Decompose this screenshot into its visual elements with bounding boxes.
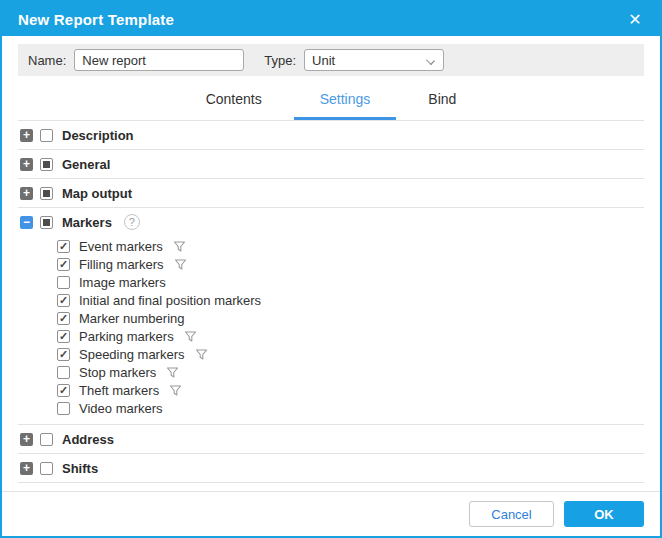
indeterminate-mark bbox=[43, 190, 50, 197]
section-checkbox[interactable] bbox=[40, 129, 53, 142]
item-checkbox[interactable]: ✓ bbox=[57, 294, 70, 307]
section-checkbox[interactable] bbox=[40, 158, 53, 171]
item-label: Parking markers bbox=[79, 329, 174, 344]
cancel-button[interactable]: Cancel bbox=[469, 501, 554, 527]
filter-funnel-icon[interactable] bbox=[184, 330, 197, 343]
section-row: + Address bbox=[18, 425, 644, 453]
tab-bind[interactable]: Bind bbox=[402, 82, 482, 120]
section-row: − Markers ? bbox=[18, 208, 644, 236]
item-label: Theft markers bbox=[79, 383, 159, 398]
filter-funnel-icon[interactable] bbox=[195, 348, 208, 361]
type-select-value: Unit bbox=[312, 53, 335, 68]
tree-item-event-markers: ✓ Event markers bbox=[57, 237, 644, 255]
section-checkbox[interactable] bbox=[40, 187, 53, 200]
expand-icon-shifts[interactable]: + bbox=[20, 462, 33, 475]
tree-section-address: + Address bbox=[18, 425, 644, 454]
section-checkbox[interactable] bbox=[40, 433, 53, 446]
check-mark: ✓ bbox=[59, 241, 68, 252]
item-label: Video markers bbox=[79, 401, 163, 416]
check-mark: ✓ bbox=[59, 295, 68, 306]
filter-funnel-icon[interactable] bbox=[173, 240, 186, 253]
tree-section-map-output: + Map output bbox=[18, 179, 644, 208]
tree-item-marker-numbering: ✓ Marker numbering bbox=[57, 309, 644, 327]
tree-item-image-markers: Image markers bbox=[57, 273, 644, 291]
section-label: General bbox=[62, 157, 110, 172]
tab-contents[interactable]: Contents bbox=[180, 82, 288, 120]
item-checkbox[interactable] bbox=[57, 366, 70, 379]
tree-item-stop-markers: Stop markers bbox=[57, 363, 644, 381]
expand-icon-general[interactable]: + bbox=[20, 158, 33, 171]
dialog-titlebar: New Report Template ✕ bbox=[2, 2, 660, 36]
item-label: Event markers bbox=[79, 239, 163, 254]
tree-item-theft-markers: ✓ Theft markers bbox=[57, 381, 644, 399]
tree-item-initial-and-final-position-markers: ✓ Initial and final position markers bbox=[57, 291, 644, 309]
item-label: Image markers bbox=[79, 275, 166, 290]
tree-item-speeding-markers: ✓ Speeding markers bbox=[57, 345, 644, 363]
type-select[interactable]: Unit bbox=[304, 49, 444, 71]
section-label: Markers bbox=[62, 215, 112, 230]
section-items: ✓ Event markers ✓ Filling markers Image … bbox=[18, 236, 644, 424]
ok-button[interactable]: OK bbox=[564, 501, 644, 527]
item-label: Filling markers bbox=[79, 257, 164, 272]
indeterminate-mark bbox=[43, 219, 50, 226]
item-checkbox[interactable]: ✓ bbox=[57, 330, 70, 343]
expand-icon-address[interactable]: + bbox=[20, 433, 33, 446]
name-input[interactable] bbox=[74, 49, 244, 71]
item-checkbox[interactable]: ✓ bbox=[57, 348, 70, 361]
filter-funnel-icon[interactable] bbox=[169, 384, 182, 397]
check-mark: ✓ bbox=[59, 313, 68, 324]
section-label: Map output bbox=[62, 186, 132, 201]
section-checkbox[interactable] bbox=[40, 462, 53, 475]
section-label: Description bbox=[62, 128, 134, 143]
expand-icon-map-output[interactable]: + bbox=[20, 187, 33, 200]
check-mark: ✓ bbox=[59, 259, 68, 270]
item-checkbox[interactable]: ✓ bbox=[57, 240, 70, 253]
collapse-icon-markers[interactable]: − bbox=[20, 216, 33, 229]
dialog-title: New Report Template bbox=[18, 11, 174, 28]
tree-item-filling-markers: ✓ Filling markers bbox=[57, 255, 644, 273]
tree-section-shifts: + Shifts bbox=[18, 454, 644, 483]
item-label: Speeding markers bbox=[79, 347, 185, 362]
item-label: Initial and final position markers bbox=[79, 293, 261, 308]
section-checkbox[interactable] bbox=[40, 216, 53, 229]
item-label: Stop markers bbox=[79, 365, 156, 380]
tab-settings[interactable]: Settings bbox=[294, 82, 397, 120]
check-mark: ✓ bbox=[59, 331, 68, 342]
chevron-down-icon bbox=[426, 56, 435, 65]
help-icon[interactable]: ? bbox=[124, 214, 140, 230]
section-label: Address bbox=[62, 432, 114, 447]
item-label: Marker numbering bbox=[79, 311, 185, 326]
tree-item-video-markers: Video markers bbox=[57, 399, 644, 417]
item-checkbox[interactable] bbox=[57, 276, 70, 289]
report-settings-tree: + Description + General + Map output − M… bbox=[18, 120, 644, 491]
close-icon[interactable]: ✕ bbox=[624, 8, 646, 30]
tree-section-markers: − Markers ? ✓ Event markers ✓ Filling ma… bbox=[18, 208, 644, 425]
check-mark: ✓ bbox=[59, 349, 68, 360]
filter-funnel-icon[interactable] bbox=[166, 366, 179, 379]
name-label: Name: bbox=[28, 53, 66, 68]
tree-item-parking-markers: ✓ Parking markers bbox=[57, 327, 644, 345]
filter-funnel-icon[interactable] bbox=[174, 258, 187, 271]
indeterminate-mark bbox=[43, 161, 50, 168]
section-row: + Map output bbox=[18, 179, 644, 207]
type-label: Type: bbox=[264, 53, 296, 68]
item-checkbox[interactable] bbox=[57, 402, 70, 415]
item-checkbox[interactable]: ✓ bbox=[57, 312, 70, 325]
tree-section-general: + General bbox=[18, 150, 644, 179]
section-row: + Shifts bbox=[18, 454, 644, 482]
dialog-footer: Cancel OK bbox=[2, 491, 660, 536]
item-checkbox[interactable]: ✓ bbox=[57, 258, 70, 271]
check-mark: ✓ bbox=[59, 385, 68, 396]
tab-bar: ContentsSettingsBind bbox=[2, 76, 660, 120]
tree-section-description: + Description bbox=[18, 121, 644, 150]
section-label: Shifts bbox=[62, 461, 98, 476]
report-form-band: Name: Type: Unit bbox=[18, 44, 644, 76]
expand-icon-description[interactable]: + bbox=[20, 129, 33, 142]
section-row: + General bbox=[18, 150, 644, 178]
item-checkbox[interactable]: ✓ bbox=[57, 384, 70, 397]
section-row: + Description bbox=[18, 121, 644, 149]
new-report-template-dialog: New Report Template ✕ Name: Type: Unit C… bbox=[0, 0, 662, 538]
